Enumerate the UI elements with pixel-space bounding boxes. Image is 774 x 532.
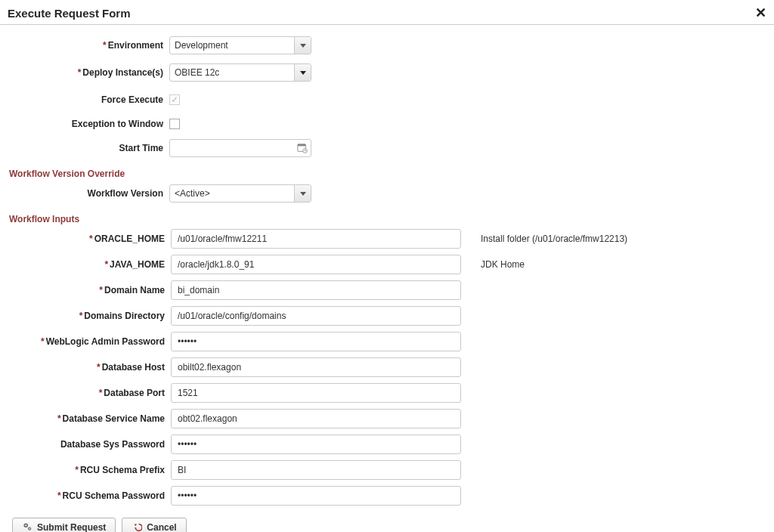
workflow-version-select[interactable]: <Active> bbox=[169, 184, 311, 203]
row-db-sys-password: Database Sys Password bbox=[6, 435, 768, 454]
oracle-home-input[interactable] bbox=[171, 229, 461, 249]
row-domain-name: *Domain Name bbox=[6, 280, 768, 300]
environment-select[interactable]: Development bbox=[169, 36, 311, 54]
dialog-titlebar: Execute Request Form ✕ bbox=[0, 0, 774, 24]
rcu-schema-password-input[interactable] bbox=[171, 486, 461, 506]
row-environment: *Environment Development bbox=[6, 36, 768, 55]
start-time-input[interactable] bbox=[169, 139, 311, 157]
label-workflow-version: Workflow Version bbox=[6, 188, 169, 199]
close-icon[interactable]: ✕ bbox=[755, 5, 766, 21]
label-db-sys-password: Database Sys Password bbox=[60, 439, 165, 450]
row-rcu-schema-prefix: *RCU Schema Prefix bbox=[6, 460, 768, 480]
svg-point-6 bbox=[29, 527, 30, 529]
domains-directory-input[interactable] bbox=[171, 306, 461, 326]
label-environment: *Environment bbox=[6, 40, 169, 51]
db-service-name-input[interactable] bbox=[171, 409, 461, 428]
row-workflow-version: Workflow Version <Active> bbox=[6, 184, 768, 203]
row-oracle-home: *ORACLE_HOME Install folder (/u01/oracle… bbox=[6, 229, 768, 249]
row-deploy-instances: *Deploy Instance(s) OBIEE 12c bbox=[6, 63, 768, 82]
label-domains-directory: Domains Directory bbox=[84, 311, 165, 321]
row-force-execute: Force Execute ✓ bbox=[6, 90, 768, 110]
label-db-port: Database Port bbox=[104, 388, 165, 398]
label-deploy-instances: *Deploy Instance(s) bbox=[6, 67, 169, 78]
domain-name-input[interactable] bbox=[171, 280, 461, 300]
exception-window-checkbox[interactable] bbox=[169, 119, 180, 129]
undo-icon bbox=[132, 521, 142, 533]
db-sys-password-input[interactable] bbox=[171, 435, 461, 454]
label-domain-name: Domain Name bbox=[104, 285, 165, 295]
row-rcu-schema-password: *RCU Schema Password bbox=[6, 486, 768, 506]
java-home-input[interactable] bbox=[171, 255, 461, 274]
row-db-port: *Database Port bbox=[6, 383, 768, 403]
label-weblogic-password: WebLogic Admin Password bbox=[46, 336, 165, 347]
gears-icon bbox=[22, 521, 33, 533]
calendar-clock-icon[interactable] bbox=[297, 143, 308, 153]
deploy-instances-select[interactable]: OBIEE 12c bbox=[169, 63, 311, 82]
svg-point-4 bbox=[25, 524, 26, 526]
environment-select-value: Development bbox=[170, 37, 294, 54]
dialog-footer: Submit Request Cancel bbox=[6, 512, 768, 532]
label-rcu-schema-prefix: RCU Schema Prefix bbox=[80, 465, 165, 475]
deploy-instances-select-value: OBIEE 12c bbox=[170, 64, 294, 81]
label-start-time: Start Time bbox=[6, 143, 169, 153]
workflow-version-select-value: <Active> bbox=[170, 185, 294, 202]
cancel-label: Cancel bbox=[147, 522, 176, 532]
dialog-title: Execute Request Form bbox=[8, 7, 131, 20]
oracle-home-hint: Install folder (/u01/oracle/fmw12213) bbox=[481, 234, 627, 244]
db-port-input[interactable] bbox=[171, 383, 461, 403]
row-weblogic-password: *WebLogic Admin Password bbox=[6, 332, 768, 351]
db-host-input[interactable] bbox=[171, 357, 461, 377]
section-workflow-inputs: Workflow Inputs bbox=[6, 211, 768, 229]
execute-request-dialog: Execute Request Form ✕ *Environment Deve… bbox=[0, 0, 774, 532]
label-db-service-name: Database Service Name bbox=[63, 413, 165, 424]
workflow-inputs: *ORACLE_HOME Install folder (/u01/oracle… bbox=[6, 229, 768, 506]
rcu-schema-prefix-input[interactable] bbox=[171, 460, 461, 480]
chevron-down-icon[interactable] bbox=[294, 37, 311, 54]
svg-rect-1 bbox=[298, 144, 306, 147]
row-java-home: *JAVA_HOME JDK Home bbox=[6, 255, 768, 274]
label-exception-window: Exception to Window bbox=[6, 119, 169, 129]
chevron-down-icon[interactable] bbox=[294, 185, 311, 202]
section-workflow-version-override: Workflow Version Override bbox=[6, 165, 768, 184]
row-db-host: *Database Host bbox=[6, 357, 768, 377]
label-oracle-home: ORACLE_HOME bbox=[94, 234, 165, 244]
label-db-host: Database Host bbox=[102, 362, 165, 373]
row-domains-directory: *Domains Directory bbox=[6, 306, 768, 326]
force-execute-checkbox[interactable]: ✓ bbox=[169, 94, 180, 105]
row-db-service-name: *Database Service Name bbox=[6, 409, 768, 428]
row-exception-window: Exception to Window bbox=[6, 114, 768, 134]
row-start-time: Start Time bbox=[6, 138, 768, 158]
label-force-execute: Force Execute bbox=[6, 94, 169, 105]
label-rcu-schema-password: RCU Schema Password bbox=[63, 490, 165, 501]
caret-down-icon[interactable] bbox=[294, 64, 311, 81]
submit-request-label: Submit Request bbox=[37, 522, 106, 532]
weblogic-password-input[interactable] bbox=[171, 332, 461, 351]
cancel-button[interactable]: Cancel bbox=[122, 518, 186, 532]
label-java-home: JAVA_HOME bbox=[110, 259, 165, 270]
submit-request-button[interactable]: Submit Request bbox=[12, 518, 116, 532]
java-home-hint: JDK Home bbox=[481, 259, 525, 270]
dialog-content: *Environment Development *Deploy Instanc… bbox=[0, 25, 774, 532]
